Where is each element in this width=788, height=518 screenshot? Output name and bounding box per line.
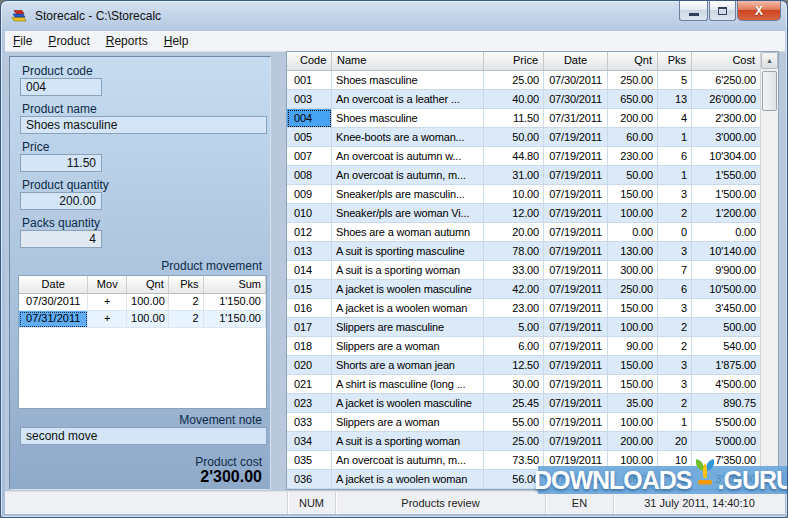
grid-cell-pks[interactable]: 5 xyxy=(658,71,692,90)
grid-cell-date[interactable]: 07/19/2011 xyxy=(544,128,608,147)
grid-cell-name[interactable]: A shirt is masculine (long ... xyxy=(332,375,484,394)
grid-cell-code[interactable]: 036 xyxy=(287,470,332,489)
movement-cell-pks[interactable]: 2 xyxy=(169,311,204,328)
grid-cell-pks[interactable]: 3 xyxy=(658,375,692,394)
scroll-thumb[interactable] xyxy=(762,71,777,111)
grid-cell-code[interactable]: 015 xyxy=(287,280,332,299)
grid-cell-pks[interactable]: 6 xyxy=(658,147,692,166)
movement-col-header-qnt[interactable]: Qnt xyxy=(127,276,169,294)
grid-row-015[interactable]: 015A jacket is woolen masculine42.0007/1… xyxy=(287,280,778,299)
grid-cell-date[interactable]: 07/19/2011 xyxy=(544,337,608,356)
grid-cell-qnt[interactable]: 130.00 xyxy=(608,242,658,261)
grid-cell-price[interactable]: 23.00 xyxy=(484,299,544,318)
grid-cell-price[interactable]: 33.00 xyxy=(484,261,544,280)
grid-cell-price[interactable]: 31.00 xyxy=(484,166,544,185)
grid-cell-qnt[interactable]: 650.00 xyxy=(608,90,658,109)
menu-product[interactable]: Product xyxy=(40,32,97,50)
grid-cell-date[interactable]: 07/19/2011 xyxy=(544,166,608,185)
grid-cell-code[interactable]: 023 xyxy=(287,394,332,413)
grid-cell-name[interactable]: A jacket is a woolen woman xyxy=(332,470,484,489)
grid-cell-code[interactable]: 004 xyxy=(287,109,332,128)
grid-cell-name[interactable]: An overcoat is autumn, m... xyxy=(332,166,484,185)
grid-col-header-name[interactable]: Name xyxy=(332,52,484,70)
grid-row-005[interactable]: 005Knee-boots are a woman...50.0007/19/2… xyxy=(287,128,778,147)
grid-cell-pks[interactable]: 3 xyxy=(658,242,692,261)
grid-cell-pks[interactable]: 20 xyxy=(658,432,692,451)
grid-cell-cost[interactable]: 9'900.00 xyxy=(692,261,761,280)
grid-cell-date[interactable]: 07/19/2011 xyxy=(544,394,608,413)
grid-cell-cost[interactable]: 26'000.00 xyxy=(692,90,761,109)
grid-cell-price[interactable]: 11.50 xyxy=(484,109,544,128)
grid-cell-cost[interactable]: 500.00 xyxy=(692,318,761,337)
movement-cell-sum[interactable]: 1'150.00 xyxy=(204,294,266,311)
grid-cell-name[interactable]: Slippers are a woman xyxy=(332,413,484,432)
grid-col-header-price[interactable]: Price xyxy=(484,52,544,70)
grid-col-header-code[interactable]: Code xyxy=(287,52,332,70)
grid-cell-name[interactable]: Shoes masculine xyxy=(332,71,484,90)
grid-cell-code[interactable]: 005 xyxy=(287,128,332,147)
grid-cell-date[interactable]: 07/30/2011 xyxy=(544,71,608,90)
grid-cell-qnt[interactable]: 100.00 xyxy=(608,413,658,432)
grid-row-013[interactable]: 013A suit is sporting masculine78.0007/1… xyxy=(287,242,778,261)
grid-cell-code[interactable]: 012 xyxy=(287,223,332,242)
grid-cell-price[interactable]: 30.00 xyxy=(484,375,544,394)
grid-cell-code[interactable]: 013 xyxy=(287,242,332,261)
movement-cell-mov[interactable]: + xyxy=(88,311,127,328)
grid-cell-name[interactable]: Shorts are a woman jean xyxy=(332,356,484,375)
grid-cell-price[interactable]: 25.00 xyxy=(484,432,544,451)
grid-row-020[interactable]: 020Shorts are a woman jean12.5007/19/201… xyxy=(287,356,778,375)
grid-cell-cost[interactable]: 10'304.00 xyxy=(692,147,761,166)
grid-cell-name[interactable]: An overcoat is autumn, m... xyxy=(332,451,484,470)
movement-cell-qnt[interactable]: 100.00 xyxy=(127,311,169,328)
grid-cell-name[interactable]: A jacket is woolen masculine xyxy=(332,280,484,299)
grid-cell-name[interactable]: Shoes masculine xyxy=(332,109,484,128)
grid-cell-qnt[interactable]: 150.00 xyxy=(608,356,658,375)
grid-cell-cost[interactable]: 5'000.00 xyxy=(692,432,761,451)
grid-row-014[interactable]: 014A suit is a sporting woman33.0007/19/… xyxy=(287,261,778,280)
grid-cell-qnt[interactable]: 50.00 xyxy=(608,166,658,185)
grid-cell-code[interactable]: 016 xyxy=(287,299,332,318)
grid-cell-cost[interactable]: 2'300.00 xyxy=(692,109,761,128)
grid-cell-code[interactable]: 033 xyxy=(287,413,332,432)
grid-row-033[interactable]: 033Slippers are a woman55.0007/19/201110… xyxy=(287,413,778,432)
grid-cell-price[interactable]: 20.00 xyxy=(484,223,544,242)
grid-cell-pks[interactable]: 3 xyxy=(658,299,692,318)
grid-row-018[interactable]: 018Slippers are a woman6.0007/19/201190.… xyxy=(287,337,778,356)
minimize-button[interactable] xyxy=(679,1,708,21)
grid-cell-name[interactable]: A suit is a sporting woman xyxy=(332,432,484,451)
movement-cell-sum[interactable]: 1'150.00 xyxy=(204,311,266,328)
grid-cell-qnt[interactable]: 300.00 xyxy=(608,261,658,280)
grid-cell-qnt[interactable]: 150.00 xyxy=(608,185,658,204)
grid-cell-code[interactable]: 034 xyxy=(287,432,332,451)
grid-cell-cost[interactable]: 5'500.00 xyxy=(692,413,761,432)
movement-cell-date[interactable]: 07/31/2011 xyxy=(19,311,88,328)
grid-cell-pks[interactable]: 3 xyxy=(658,185,692,204)
grid-cell-date[interactable]: 07/19/2011 xyxy=(544,375,608,394)
grid-col-header-pks[interactable]: Pks xyxy=(658,52,692,70)
grid-row-003[interactable]: 003An overcoat is a leather ...40.0007/3… xyxy=(287,90,778,109)
grid-col-header-date[interactable]: Date xyxy=(544,52,608,70)
grid-cell-date[interactable]: 07/19/2011 xyxy=(544,280,608,299)
price-input[interactable] xyxy=(20,154,102,172)
grid-vertical-scrollbar[interactable]: ▲ ▼ xyxy=(760,52,778,489)
scroll-up-button[interactable]: ▲ xyxy=(761,52,778,69)
grid-cell-pks[interactable]: 1 xyxy=(658,128,692,147)
grid-cell-qnt[interactable]: 250.00 xyxy=(608,71,658,90)
grid-cell-cost[interactable]: 10'140.00 xyxy=(692,242,761,261)
grid-cell-date[interactable]: 07/19/2011 xyxy=(544,413,608,432)
grid-cell-code[interactable]: 035 xyxy=(287,451,332,470)
grid-row-021[interactable]: 021A shirt is masculine (long ...30.0007… xyxy=(287,375,778,394)
grid-cell-cost[interactable]: 0.00 xyxy=(692,223,761,242)
product-quantity-input[interactable] xyxy=(20,192,102,210)
grid-cell-price[interactable]: 40.00 xyxy=(484,90,544,109)
close-button[interactable]: X xyxy=(737,1,781,21)
grid-cell-pks[interactable]: 2 xyxy=(658,394,692,413)
menu-help[interactable]: Help xyxy=(156,32,197,50)
grid-cell-cost[interactable]: 1'875.00 xyxy=(692,356,761,375)
movement-cell-pks[interactable]: 2 xyxy=(169,294,204,311)
grid-cell-code[interactable]: 014 xyxy=(287,261,332,280)
grid-cell-pks[interactable]: 0 xyxy=(658,223,692,242)
grid-cell-pks[interactable]: 7 xyxy=(658,261,692,280)
grid-row-007[interactable]: 007An overcoat is autumn w...44.8007/19/… xyxy=(287,147,778,166)
grid-cell-price[interactable]: 6.00 xyxy=(484,337,544,356)
